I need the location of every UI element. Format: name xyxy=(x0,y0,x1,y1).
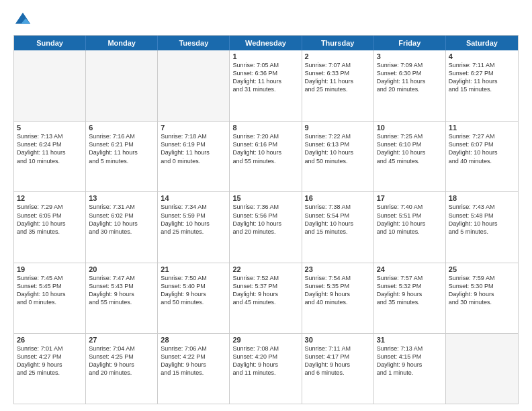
day-content: Sunrise: 7:25 AM Sunset: 6:10 PM Dayligh… xyxy=(377,132,443,165)
day-number: 24 xyxy=(377,265,443,273)
calendar-day-15: 15Sunrise: 7:36 AM Sunset: 5:56 PM Dayli… xyxy=(230,192,302,262)
day-number: 12 xyxy=(17,194,83,202)
day-content: Sunrise: 7:11 AM Sunset: 4:17 PM Dayligh… xyxy=(305,345,371,377)
day-number: 20 xyxy=(89,265,154,273)
calendar-day-5: 5Sunrise: 7:13 AM Sunset: 6:24 PM Daylig… xyxy=(14,122,86,191)
calendar-day-22: 22Sunrise: 7:52 AM Sunset: 5:37 PM Dayli… xyxy=(230,263,302,333)
day-number: 27 xyxy=(89,336,154,344)
day-content: Sunrise: 7:34 AM Sunset: 5:59 PM Dayligh… xyxy=(161,203,226,236)
day-content: Sunrise: 7:31 AM Sunset: 6:02 PM Dayligh… xyxy=(89,203,154,236)
calendar-day-empty xyxy=(446,334,518,404)
logo xyxy=(13,11,35,30)
calendar-day-empty xyxy=(158,50,230,121)
day-content: Sunrise: 7:09 AM Sunset: 6:30 PM Dayligh… xyxy=(377,61,443,94)
calendar-day-13: 13Sunrise: 7:31 AM Sunset: 6:02 PM Dayli… xyxy=(86,192,158,262)
header-day-tuesday: Tuesday xyxy=(158,36,230,50)
calendar-day-29: 29Sunrise: 7:08 AM Sunset: 4:20 PM Dayli… xyxy=(230,334,302,404)
day-number: 9 xyxy=(305,124,371,132)
calendar-body: 1Sunrise: 7:05 AM Sunset: 6:36 PM Daylig… xyxy=(14,50,518,404)
header-day-wednesday: Wednesday xyxy=(230,36,302,50)
calendar-day-16: 16Sunrise: 7:38 AM Sunset: 5:54 PM Dayli… xyxy=(302,192,374,262)
calendar-day-21: 21Sunrise: 7:50 AM Sunset: 5:40 PM Dayli… xyxy=(158,263,230,333)
day-content: Sunrise: 7:05 AM Sunset: 6:36 PM Dayligh… xyxy=(232,61,298,94)
calendar-week-2: 5Sunrise: 7:13 AM Sunset: 6:24 PM Daylig… xyxy=(14,121,518,191)
day-number: 17 xyxy=(377,194,443,202)
calendar-day-10: 10Sunrise: 7:25 AM Sunset: 6:10 PM Dayli… xyxy=(374,122,446,191)
calendar-day-empty xyxy=(86,50,158,121)
day-content: Sunrise: 7:13 AM Sunset: 4:15 PM Dayligh… xyxy=(377,345,443,377)
calendar-day-9: 9Sunrise: 7:22 AM Sunset: 6:13 PM Daylig… xyxy=(302,122,374,191)
day-number: 1 xyxy=(232,52,298,60)
calendar-day-12: 12Sunrise: 7:29 AM Sunset: 6:05 PM Dayli… xyxy=(14,192,86,262)
calendar-day-14: 14Sunrise: 7:34 AM Sunset: 5:59 PM Dayli… xyxy=(158,192,230,262)
calendar-day-28: 28Sunrise: 7:06 AM Sunset: 4:22 PM Dayli… xyxy=(158,334,230,404)
calendar-day-11: 11Sunrise: 7:27 AM Sunset: 6:07 PM Dayli… xyxy=(446,122,518,191)
day-content: Sunrise: 7:47 AM Sunset: 5:43 PM Dayligh… xyxy=(89,274,154,307)
header-day-thursday: Thursday xyxy=(302,36,374,50)
day-content: Sunrise: 7:27 AM Sunset: 6:07 PM Dayligh… xyxy=(449,132,515,165)
day-number: 11 xyxy=(449,124,515,132)
header-day-sunday: Sunday xyxy=(14,36,86,50)
calendar-day-17: 17Sunrise: 7:40 AM Sunset: 5:51 PM Dayli… xyxy=(374,192,446,262)
calendar-week-3: 12Sunrise: 7:29 AM Sunset: 6:05 PM Dayli… xyxy=(14,191,518,262)
calendar-day-25: 25Sunrise: 7:59 AM Sunset: 5:30 PM Dayli… xyxy=(446,263,518,333)
day-content: Sunrise: 7:52 AM Sunset: 5:37 PM Dayligh… xyxy=(232,274,298,307)
day-content: Sunrise: 7:22 AM Sunset: 6:13 PM Dayligh… xyxy=(305,132,371,165)
calendar-day-8: 8Sunrise: 7:20 AM Sunset: 6:16 PM Daylig… xyxy=(230,122,302,191)
calendar-day-19: 19Sunrise: 7:45 AM Sunset: 5:45 PM Dayli… xyxy=(14,263,86,333)
day-content: Sunrise: 7:18 AM Sunset: 6:19 PM Dayligh… xyxy=(161,132,226,165)
calendar-week-1: 1Sunrise: 7:05 AM Sunset: 6:36 PM Daylig… xyxy=(14,50,518,121)
day-number: 29 xyxy=(232,336,298,344)
day-number: 23 xyxy=(305,265,371,273)
day-content: Sunrise: 7:50 AM Sunset: 5:40 PM Dayligh… xyxy=(161,274,226,307)
day-number: 5 xyxy=(17,124,83,132)
day-number: 21 xyxy=(161,265,226,273)
day-content: Sunrise: 7:01 AM Sunset: 4:27 PM Dayligh… xyxy=(17,345,83,377)
calendar-week-5: 26Sunrise: 7:01 AM Sunset: 4:27 PM Dayli… xyxy=(14,333,518,404)
calendar-day-27: 27Sunrise: 7:04 AM Sunset: 4:25 PM Dayli… xyxy=(86,334,158,404)
day-number: 22 xyxy=(232,265,298,273)
calendar-day-3: 3Sunrise: 7:09 AM Sunset: 6:30 PM Daylig… xyxy=(374,50,446,121)
day-number: 14 xyxy=(161,194,226,202)
calendar-day-31: 31Sunrise: 7:13 AM Sunset: 4:15 PM Dayli… xyxy=(374,334,446,404)
day-number: 10 xyxy=(377,124,443,132)
calendar-header: SundayMondayTuesdayWednesdayThursdayFrid… xyxy=(14,36,518,50)
day-content: Sunrise: 7:11 AM Sunset: 6:27 PM Dayligh… xyxy=(449,61,515,94)
calendar-day-26: 26Sunrise: 7:01 AM Sunset: 4:27 PM Dayli… xyxy=(14,334,86,404)
day-number: 3 xyxy=(377,52,443,60)
day-number: 18 xyxy=(449,194,515,202)
day-content: Sunrise: 7:54 AM Sunset: 5:35 PM Dayligh… xyxy=(305,274,371,307)
calendar-day-1: 1Sunrise: 7:05 AM Sunset: 6:36 PM Daylig… xyxy=(230,50,302,121)
day-content: Sunrise: 7:36 AM Sunset: 5:56 PM Dayligh… xyxy=(232,203,298,236)
day-number: 26 xyxy=(17,336,83,344)
header-day-monday: Monday xyxy=(86,36,158,50)
day-content: Sunrise: 7:20 AM Sunset: 6:16 PM Dayligh… xyxy=(232,132,298,165)
calendar-day-4: 4Sunrise: 7:11 AM Sunset: 6:27 PM Daylig… xyxy=(446,50,518,121)
header xyxy=(13,11,519,30)
header-day-friday: Friday xyxy=(374,36,446,50)
day-number: 16 xyxy=(305,194,371,202)
day-content: Sunrise: 7:06 AM Sunset: 4:22 PM Dayligh… xyxy=(161,345,226,377)
day-number: 28 xyxy=(161,336,226,344)
logo-icon xyxy=(13,11,32,30)
calendar-day-empty xyxy=(14,50,86,121)
calendar-day-7: 7Sunrise: 7:18 AM Sunset: 6:19 PM Daylig… xyxy=(158,122,230,191)
day-content: Sunrise: 7:38 AM Sunset: 5:54 PM Dayligh… xyxy=(305,203,371,236)
day-content: Sunrise: 7:07 AM Sunset: 6:33 PM Dayligh… xyxy=(305,61,371,94)
day-content: Sunrise: 7:04 AM Sunset: 4:25 PM Dayligh… xyxy=(89,345,154,377)
day-content: Sunrise: 7:16 AM Sunset: 6:21 PM Dayligh… xyxy=(89,132,154,165)
calendar-day-6: 6Sunrise: 7:16 AM Sunset: 6:21 PM Daylig… xyxy=(86,122,158,191)
day-content: Sunrise: 7:29 AM Sunset: 6:05 PM Dayligh… xyxy=(17,203,83,236)
calendar-day-24: 24Sunrise: 7:57 AM Sunset: 5:32 PM Dayli… xyxy=(374,263,446,333)
day-number: 2 xyxy=(305,52,371,60)
day-content: Sunrise: 7:43 AM Sunset: 5:48 PM Dayligh… xyxy=(449,203,515,236)
day-content: Sunrise: 7:08 AM Sunset: 4:20 PM Dayligh… xyxy=(232,345,298,377)
calendar: SundayMondayTuesdayWednesdayThursdayFrid… xyxy=(13,35,519,404)
page: SundayMondayTuesdayWednesdayThursdayFrid… xyxy=(0,0,532,411)
day-content: Sunrise: 7:13 AM Sunset: 6:24 PM Dayligh… xyxy=(17,132,83,165)
day-number: 15 xyxy=(232,194,298,202)
calendar-day-18: 18Sunrise: 7:43 AM Sunset: 5:48 PM Dayli… xyxy=(446,192,518,262)
calendar-week-4: 19Sunrise: 7:45 AM Sunset: 5:45 PM Dayli… xyxy=(14,263,518,333)
calendar-day-2: 2Sunrise: 7:07 AM Sunset: 6:33 PM Daylig… xyxy=(302,50,374,121)
day-number: 4 xyxy=(449,52,515,60)
